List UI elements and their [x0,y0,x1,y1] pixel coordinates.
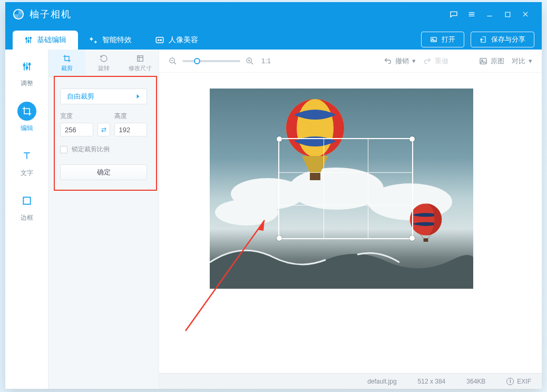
maximize-button[interactable] [499,6,516,22]
export-icon [480,36,487,43]
save-label: 保存与分享 [491,35,525,44]
tooltab-crop[interactable]: 裁剪 [48,50,85,76]
sidebar-item-adjust[interactable]: 调整 [13,57,41,88]
original-button[interactable]: 原图 [479,56,504,66]
svg-rect-23 [424,238,428,242]
undo-icon [384,57,392,65]
save-share-button[interactable]: 保存与分享 [471,32,534,47]
sliders-v-icon [17,57,36,76]
svg-point-6 [158,40,159,41]
original-label: 原图 [491,56,504,66]
app-logo-icon [13,8,24,20]
confirm-button[interactable]: 确定 [60,164,147,180]
zoom-slider[interactable] [182,60,240,62]
undo-button[interactable]: 撤销 ▾ [384,56,416,66]
rotate-icon [100,54,108,63]
menubar: 基础编辑 智能特效 人像美容 打开 保存与分享 [5,26,542,50]
frame-icon [17,191,36,210]
confirm-label: 确定 [97,168,111,177]
zoom-actual-button[interactable]: 1:1 [261,57,271,65]
chevron-down-icon: ▾ [529,57,532,65]
svg-point-7 [160,40,161,41]
sidebar-item-text[interactable]: 文字 [13,146,41,178]
width-label: 宽度 [60,112,93,121]
swap-dimensions-button[interactable]: ⇄ [97,123,110,136]
crop-panel: 自由裁剪 宽度 ⇄ 高度 [54,82,153,189]
text-icon [17,146,36,165]
crop-mode-label: 自由裁剪 [67,92,94,101]
exif-label: EXIF [517,378,531,385]
sidebar-item-label: 文字 [21,169,33,178]
status-filename: default.jpg [367,378,396,385]
minimize-button[interactable] [481,6,499,22]
lock-ratio-label: 锁定裁剪比例 [72,145,110,154]
tooltab-label: 裁剪 [61,64,73,72]
redo-icon [423,57,432,65]
svg-point-19 [482,60,483,61]
tab-smart-effects[interactable]: 智能特效 [78,31,143,50]
sparkle-icon [90,36,98,44]
crop-icon [17,102,36,121]
tool-column: 裁剪 旋转 修改尺寸 自由裁剪 宽度 [48,50,159,389]
status-size: 364KB [466,378,485,385]
tab-label: 人像美容 [169,35,198,45]
face-icon [155,35,164,45]
open-icon [430,36,437,43]
tab-portrait-beauty[interactable]: 人像美容 [143,31,210,50]
svg-rect-13 [23,197,30,204]
open-button[interactable]: 打开 [421,32,464,47]
body: 调整 编辑 文字 边框 裁剪 [5,50,542,389]
crop-handle[interactable] [409,236,415,241]
crop-selection[interactable] [278,138,413,239]
image-icon [479,57,487,65]
resize-icon [136,54,144,63]
tab-label: 基础编辑 [37,35,66,45]
close-button[interactable] [516,6,534,22]
feedback-button[interactable] [445,6,463,22]
svg-point-4 [30,37,32,39]
crop-handle[interactable] [409,136,415,142]
redo-button[interactable]: 重做 [423,56,448,66]
crop-mode-dropdown[interactable]: 自由裁剪 [60,89,147,104]
titlebar: 柚子相机 [5,2,542,26]
height-input[interactable] [114,123,148,136]
zoom-in-button[interactable] [246,57,254,65]
height-label: 高度 [114,112,148,121]
sidebar-item-label: 调整 [21,79,33,88]
svg-rect-14 [23,197,30,204]
zoom-out-button[interactable] [169,57,177,65]
crop-handle[interactable] [277,236,282,241]
undo-label: 撤销 [395,56,409,66]
tab-basic-edit[interactable]: 基础编辑 [13,31,78,50]
sidebar: 调整 编辑 文字 边框 [5,50,48,389]
width-input[interactable] [60,123,93,136]
svg-point-3 [28,41,30,42]
status-dimensions: 512 x 384 [418,378,446,385]
sidebar-item-frame[interactable]: 边框 [13,191,41,222]
redo-label: 重做 [435,56,448,66]
app-window: 柚子相机 基础编辑 智能特效 人像美容 打开 保存与分享 [5,2,542,389]
svg-rect-18 [480,58,486,64]
tooltab-label: 旋转 [98,64,110,72]
crop-handle[interactable] [277,136,282,142]
sidebar-item-edit[interactable]: 编辑 [13,102,41,133]
tooltab-rotate[interactable]: 旋转 [85,50,122,76]
tab-label: 智能特效 [102,35,132,45]
tooltab-label: 修改尺寸 [129,64,152,72]
open-label: 打开 [442,35,455,44]
exif-button[interactable]: i EXIF [506,378,531,385]
sidebar-item-label: 编辑 [21,124,33,133]
tooltab-resize[interactable]: 修改尺寸 [122,50,159,76]
canvas-area: 1:1 撤销 ▾ 重做 原图 对比 ▾ [159,50,542,389]
svg-rect-5 [156,37,163,43]
menu-button[interactable] [463,6,481,22]
sliders-icon [24,36,33,44]
compare-label: 对比 [512,56,525,66]
svg-rect-1 [505,12,510,17]
compare-button[interactable]: 对比 ▾ [512,56,532,66]
image-preview[interactable] [210,89,473,289]
zoom-slider-knob[interactable] [194,58,200,64]
zoom-control [169,57,254,65]
chevron-down-icon: ▾ [412,57,416,65]
lock-ratio-checkbox[interactable]: 锁定裁剪比例 [60,145,147,154]
